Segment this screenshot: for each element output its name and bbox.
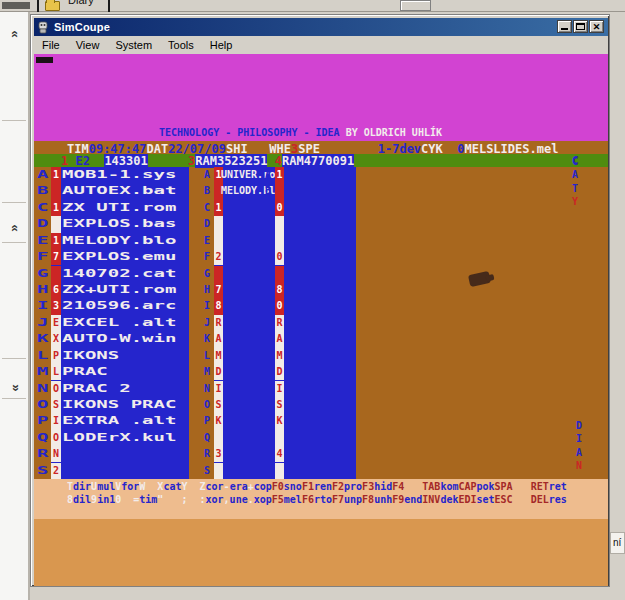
pointer-smudge (468, 271, 491, 287)
help-band: TdirUmulVforW XcatY Zcor-era+copF0snoF1r… (34, 479, 608, 519)
flag-cell: 7 (214, 282, 223, 298)
text-segment: ret (549, 481, 567, 492)
text-segment: unp (344, 494, 362, 505)
toolbar-text-fragment (2, 2, 30, 9)
file-name[interactable]: EXTRA .alt (62, 413, 122, 429)
collapse-up-button-2[interactable]: « (6, 220, 23, 236)
file-name[interactable]: MELODY.blo (221, 183, 281, 199)
background-text-fragment: ní (610, 532, 625, 554)
flag-cell: 3 (51, 298, 61, 314)
text-segment: F7 (332, 494, 344, 505)
drive-letter: J (37, 315, 43, 331)
text-segment: sno (284, 481, 302, 492)
toolbar-label: Diary (68, 0, 94, 6)
text-segment: 143301 (104, 154, 147, 168)
menu-item-system[interactable]: System (107, 37, 160, 53)
menu-item-tools[interactable]: Tools (160, 37, 202, 53)
drive-letter: P (265, 413, 271, 429)
file-name[interactable]: ZX UTI.rom (62, 200, 122, 216)
flag-cell: D (275, 364, 284, 380)
text-segment: RAM4770091 (282, 154, 354, 168)
flag-cell: R (275, 315, 284, 331)
drive-letter: C (265, 200, 271, 216)
drive-letter: A (204, 167, 210, 183)
text-segment (90, 154, 104, 168)
flag-cell: L (51, 364, 61, 380)
text-segment (404, 481, 422, 492)
drive-letter: M (37, 364, 43, 380)
flag-cell: 0 (275, 200, 284, 216)
drive-bar-left: 1 E2 143301 (61, 154, 148, 168)
file-name[interactable]: 140702.cat (62, 266, 122, 282)
drive-letter: C (204, 200, 210, 216)
file-name[interactable]: 210596.arc (62, 298, 122, 314)
file-name[interactable]: MELODY.blo (62, 233, 122, 249)
drive-letter: S (37, 463, 43, 479)
flag-cell: O (51, 430, 61, 446)
file-name[interactable]: EXPLOS.emu (62, 249, 122, 265)
file-name[interactable]: AUTO-W.win (62, 331, 122, 347)
drive-letter: R (204, 446, 210, 462)
flag-cell: A (275, 331, 284, 347)
flag-cell: 3 (214, 446, 223, 462)
flag-cell: E (51, 315, 61, 331)
flag-cell: 1 (51, 167, 61, 183)
flag-cell: I (51, 413, 61, 429)
text-segment: DEL (531, 494, 549, 505)
flag-cell (275, 233, 284, 249)
text-segment: dir (73, 481, 91, 492)
menu-item-view[interactable]: View (68, 37, 108, 53)
flag-cell (51, 266, 61, 282)
drive-letter: B (37, 183, 43, 199)
flag-cell (275, 183, 284, 199)
file-name[interactable]: IKONS (62, 348, 92, 364)
text-segment (267, 154, 274, 168)
emulator-screen[interactable]: TECHNOLOGY - PHILOSOPHY - IDEA BY OLDRIC… (34, 54, 608, 586)
file-name[interactable]: PRAC (62, 364, 86, 380)
file-name[interactable]: UNIVER.rom (221, 167, 281, 183)
panel-separator (2, 202, 26, 203)
file-name[interactable]: AUTOEX.bat (62, 183, 122, 199)
minimize-button[interactable] (557, 20, 572, 33)
drive-bar: 1 E2 143301 3RAM3523251 4RAM4770091 C (34, 154, 608, 167)
menu-item-help[interactable]: Help (202, 37, 241, 53)
drive-letter: S (265, 463, 271, 479)
window-titlebar[interactable]: SimCoupe ✕ (34, 18, 608, 36)
file-name[interactable]: IKONS PRAC (62, 397, 122, 413)
drive-letter: K (204, 331, 210, 347)
toolbar-divider-2 (108, 0, 110, 12)
collapse-up-button[interactable]: « (6, 26, 23, 42)
drive-letter: Q (204, 430, 210, 446)
drive-letter: I (37, 298, 43, 314)
file-name[interactable]: EXPLOS.bas (62, 216, 122, 232)
drive-letter: C (37, 200, 43, 216)
drive-letter: P (204, 413, 210, 429)
text-segment: tim (139, 494, 157, 505)
file-name[interactable]: PRAC 2 (62, 381, 98, 397)
maximize-button[interactable] (573, 20, 588, 33)
flag-cell: M (275, 348, 284, 364)
text-segment: res (549, 494, 567, 505)
collapse-down-button[interactable]: « (6, 380, 23, 396)
drive-letter: E (204, 233, 210, 249)
drive-letter: S (204, 463, 210, 479)
drive-letter: N (204, 381, 210, 397)
text-segment: F1 (302, 481, 314, 492)
drive-letter: I (265, 298, 271, 314)
flag-cell (214, 233, 223, 249)
side-letter-bottom: I (576, 432, 582, 445)
toolbar-divider (37, 0, 39, 12)
file-name[interactable]: MOB1-1.sys (62, 167, 122, 183)
text-segment: ren (314, 481, 332, 492)
drive-letter: L (204, 348, 210, 364)
text-segment: xop (254, 494, 272, 505)
file-name[interactable]: LODErX.kul (62, 430, 122, 446)
flag-cell (51, 216, 61, 232)
menu-item-file[interactable]: File (34, 37, 68, 53)
file-name[interactable]: ZX+UTI.rom (62, 282, 122, 298)
file-name[interactable]: EXCEL .alt (62, 315, 122, 331)
text-segment: cop (254, 481, 272, 492)
close-button[interactable]: ✕ (589, 20, 604, 33)
drive-letter: H (37, 282, 43, 298)
folder-icon[interactable] (45, 1, 60, 11)
